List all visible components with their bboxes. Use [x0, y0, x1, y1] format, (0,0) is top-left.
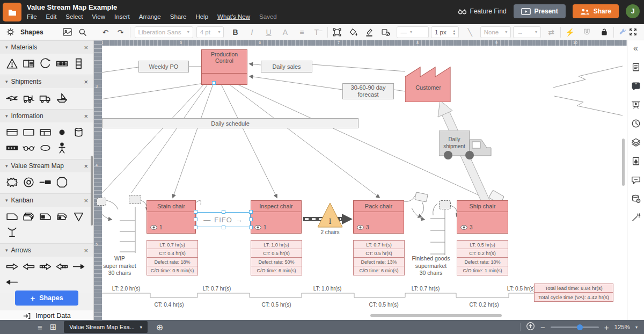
signal-kanban-icon[interactable]: [39, 210, 52, 223]
shipment-box-icon[interactable]: [22, 57, 35, 70]
contextual-tools-icon[interactable]: [618, 27, 628, 38]
verbal-info-icon[interactable]: [39, 141, 52, 155]
kanban-card-icon[interactable]: [5, 210, 19, 223]
data-table-ship[interactable]: LT: 0.5 hr(s) CT: 0.2 hr(s) Defect rate:…: [457, 240, 508, 275]
redo-button[interactable]: ↷: [116, 27, 126, 38]
production-control-icon[interactable]: [5, 126, 19, 139]
thin-arrow-right-icon[interactable]: [72, 260, 85, 273]
magnet-button[interactable]: [582, 27, 592, 38]
menu-insert[interactable]: Insert: [114, 13, 130, 20]
menu-whats-new[interactable]: What's New: [217, 13, 250, 20]
resize-handle[interactable]: [249, 210, 253, 214]
daily-sales-box[interactable]: Daily sales: [261, 61, 312, 72]
fifo-lane-selected[interactable]: — FIFO →: [196, 212, 251, 227]
resize-handle[interactable]: [222, 226, 225, 229]
close-icon[interactable]: ×: [84, 246, 88, 255]
go-see-glasses-icon[interactable]: [22, 141, 35, 155]
line-color-button[interactable]: [364, 27, 374, 38]
material-pull-icon[interactable]: [39, 57, 52, 70]
document-title[interactable]: Value Stream Map Example: [27, 3, 117, 11]
inventory-triangle[interactable]: I 2 chairs: [317, 201, 343, 237]
horizontal-scrollbar[interactable]: [370, 314, 502, 317]
customer-factory[interactable]: Customer: [405, 62, 451, 102]
connector-type-button[interactable]: ╲: [465, 27, 475, 38]
text-color-button[interactable]: A: [280, 27, 290, 38]
kanban-post[interactable]: [129, 195, 141, 204]
section-header-arrows[interactable]: ▾ Arrows ×: [0, 243, 93, 257]
database-icon[interactable]: [72, 126, 85, 139]
resize-handle[interactable]: [249, 217, 253, 221]
data-table-stain[interactable]: LT: 0.7 hr(s) CT: 0.4 hr(s) Defect rate:…: [147, 240, 198, 275]
operator-icon[interactable]: [55, 141, 69, 155]
history-clock-icon[interactable]: [631, 118, 641, 129]
push-segment-icon[interactable]: [39, 176, 52, 189]
fullscreen-button[interactable]: [628, 27, 638, 38]
process-ship-chair[interactable]: Ship chair 3: [457, 200, 508, 234]
shape-frame-button[interactable]: [332, 27, 342, 38]
process-pack-chair[interactable]: Pack chair 3: [353, 200, 404, 234]
process-box-icon[interactable]: [22, 126, 35, 139]
segmented-arrow-right-icon[interactable]: [39, 260, 52, 273]
forecast-box[interactable]: 30-60-90 day forecast: [342, 83, 394, 99]
data-linking-icon[interactable]: [631, 193, 641, 204]
zoom-level[interactable]: 125%: [614, 324, 630, 330]
air-freight-icon[interactable]: [5, 91, 19, 105]
push-arrow-right-icon[interactable]: [5, 260, 19, 273]
user-avatar[interactable]: J: [626, 4, 640, 18]
layers-icon[interactable]: [631, 137, 641, 148]
resize-handle[interactable]: [249, 226, 253, 229]
truck-shape-icon[interactable]: [39, 91, 52, 105]
italic-button[interactable]: I: [247, 27, 257, 38]
production-control-box[interactable]: Production Control: [201, 49, 247, 85]
slides-icon[interactable]: [631, 99, 641, 110]
close-icon[interactable]: ×: [84, 162, 88, 170]
share-button[interactable]: Share: [573, 4, 619, 18]
section-header-kanban[interactable]: ▾ Kanban ×: [0, 193, 93, 207]
thin-arrow-left-icon[interactable]: [5, 275, 19, 289]
zoom-out-icon[interactable]: −: [540, 323, 545, 332]
kanban-post-icon[interactable]: [5, 226, 19, 239]
line-end-select[interactable]: → ▾: [513, 26, 541, 38]
fill-color-button[interactable]: [348, 27, 358, 38]
feature-find-button[interactable]: Feature Find: [458, 8, 507, 15]
shape-options-button[interactable]: [380, 27, 390, 38]
cross-dock-icon[interactable]: [55, 57, 69, 70]
weekly-po-box[interactable]: Weekly PO: [138, 61, 189, 72]
bold-button[interactable]: B: [230, 27, 240, 38]
kanban-stack-icon[interactable]: [55, 210, 69, 223]
dot-icon[interactable]: [55, 126, 69, 139]
app-logo[interactable]: [3, 3, 21, 21]
withdrawal-kanban-icon[interactable]: [72, 210, 85, 223]
menu-arrange[interactable]: Arrange: [139, 13, 161, 20]
notes-icon[interactable]: ”: [631, 81, 641, 91]
line-style-select[interactable]: — ▾: [397, 26, 429, 38]
insert-image-icon[interactable]: [63, 27, 72, 38]
search-icon[interactable]: [78, 27, 87, 38]
font-family-select[interactable]: Liberation Sans ▾: [135, 26, 193, 38]
segmented-arrow-left-icon[interactable]: [55, 260, 69, 273]
section-header-shipments[interactable]: ▾ Shipments ×: [0, 75, 93, 88]
section-header-value-stream-map[interactable]: ▾ Value Stream Map ×: [0, 159, 93, 172]
push-arrow-left-icon[interactable]: [22, 260, 35, 273]
collapse-panel-icon[interactable]: «: [631, 43, 641, 54]
daily-schedule-bar[interactable]: Daily schedule: [102, 118, 358, 128]
page-list-icon[interactable]: ≡: [38, 323, 42, 332]
timeline-totals-box[interactable]: Total lead time: 8.84 hr(s) Total cycle …: [534, 284, 613, 302]
underline-button[interactable]: U: [264, 27, 273, 38]
line-start-select[interactable]: None ▾: [480, 26, 511, 38]
close-icon[interactable]: ×: [84, 43, 88, 52]
text-align-button[interactable]: ≡: [297, 27, 306, 38]
process-stain-chair[interactable]: Stain chair 1: [147, 200, 196, 234]
magic-wand-icon[interactable]: [631, 212, 641, 223]
stroke-width-stepper[interactable]: 1 px ▴▾: [431, 26, 459, 38]
signal-board-icon[interactable]: [5, 141, 19, 155]
supermarket-spiral-icon[interactable]: [22, 176, 35, 189]
close-icon[interactable]: ×: [84, 78, 88, 86]
resize-handle[interactable]: [194, 226, 197, 229]
data-table-inspect[interactable]: LT: 1.0 hr(s) CT: 0.5 hr(s) Defect rate:…: [251, 240, 302, 275]
comments-icon[interactable]: [631, 175, 641, 185]
resize-handle[interactable]: [194, 217, 197, 221]
kanban-post[interactable]: [97, 198, 106, 206]
add-page-icon[interactable]: ⊕: [156, 322, 163, 332]
resize-handle[interactable]: [194, 210, 197, 214]
